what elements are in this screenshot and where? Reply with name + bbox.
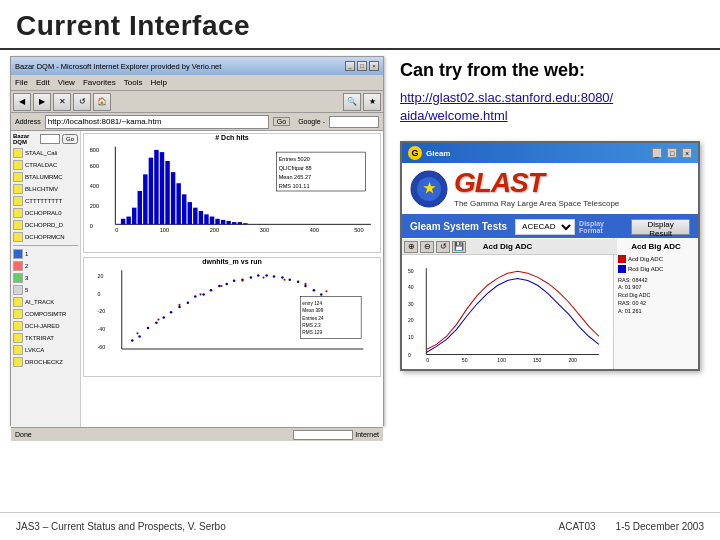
sidebar-num-3[interactable]: 3 — [13, 272, 78, 284]
google-input[interactable] — [329, 116, 379, 128]
histogram-svg: 0 200 400 600 800 0 100 200 300 400 500 — [84, 141, 380, 241]
menu-view[interactable]: View — [58, 78, 75, 87]
legend-label-1: Rcd Dig ADC — [628, 266, 663, 272]
gleam-system-label: Gleam System Tests — [410, 221, 507, 232]
adc-chart-svg: 0 10 20 30 40 50 0 50 100 150 200 — [406, 251, 609, 372]
glast-subtitle: The Gamma Ray Large Area Space Telescope — [454, 199, 619, 209]
svg-rect-20 — [160, 152, 164, 224]
maximize-button[interactable]: □ — [357, 61, 367, 71]
svg-point-64 — [257, 274, 260, 277]
glast-close[interactable]: × — [682, 148, 692, 158]
gleam-dropdown[interactable]: ACECADC — [515, 219, 575, 235]
svg-rect-31 — [221, 220, 225, 224]
sidebar-aitrack[interactable]: AI_TRACK — [13, 296, 78, 308]
browser-section: Bazar DQM - Microsoft Internet Explorer … — [0, 50, 390, 499]
sidebar-item-0[interactable]: STAAL_Cali — [13, 147, 78, 159]
footer-right-area: ACAT03 1-5 December 2003 — [559, 521, 704, 532]
browser-statusbar: Done Internet — [11, 427, 383, 441]
folder-icon-ai — [13, 297, 23, 307]
display-result-button[interactable]: Display Result — [631, 219, 690, 235]
sidebar-item-3[interactable]: BLHCHTMV — [13, 183, 78, 195]
google-label: Google - — [298, 118, 325, 125]
folder-icon-3 — [13, 184, 23, 194]
folder-icon-lv — [13, 345, 23, 355]
svg-rect-15 — [132, 208, 136, 225]
sidebar-num-5[interactable]: 5 — [13, 284, 78, 296]
glast-window: G Gleam _ □ × ★ GLAST — [400, 141, 700, 371]
glast-titlebar: G Gleam _ □ × — [402, 143, 698, 163]
svg-text:10: 10 — [408, 334, 414, 340]
menu-tools[interactable]: Tools — [124, 78, 143, 87]
svg-text:0: 0 — [115, 227, 118, 233]
svg-text:entry 124: entry 124 — [302, 301, 322, 306]
svg-point-70 — [304, 285, 307, 288]
minimize-button[interactable]: _ — [345, 61, 355, 71]
sidebar-item-5[interactable]: DCHOPRAL0 — [13, 207, 78, 219]
glast-maximize[interactable]: □ — [667, 148, 677, 158]
sidebar-label-2: BTALUMRMC — [25, 174, 63, 180]
svg-text:200: 200 — [210, 227, 219, 233]
svg-text:100: 100 — [497, 356, 506, 362]
address-input[interactable] — [45, 115, 269, 129]
svg-text:500: 500 — [354, 227, 363, 233]
stop-button[interactable]: ✕ — [53, 93, 71, 111]
sidebar-item-2[interactable]: BTALUMRMC — [13, 171, 78, 183]
legend-label-0: Acd Dig ADC — [628, 256, 663, 262]
sidebar-item-4[interactable]: CTTTTTTTTT — [13, 195, 78, 207]
svg-point-86 — [325, 290, 327, 292]
svg-text:QLICfitpar 88: QLICfitpar 88 — [279, 165, 312, 171]
num-icon-3 — [13, 273, 23, 283]
svg-text:Mean  265.27: Mean 265.27 — [279, 174, 311, 180]
svg-point-77 — [136, 332, 138, 334]
favorites-button[interactable]: ★ — [363, 93, 381, 111]
close-button[interactable]: × — [369, 61, 379, 71]
sidebar-dchjared[interactable]: DCH-JARED — [13, 320, 78, 332]
svg-point-83 — [262, 277, 264, 279]
search-button[interactable]: 🔍 — [343, 93, 361, 111]
sidebar-item-1[interactable]: CTRALDAC — [13, 159, 78, 171]
menu-edit[interactable]: Edit — [36, 78, 50, 87]
legend-stat-3: RAS: 00 42 — [618, 300, 694, 308]
refresh-button[interactable]: ↺ — [73, 93, 91, 111]
url-link[interactable]: http://glast02.slac.stanford.edu:8080/ a… — [400, 89, 710, 125]
sidebar-item-7[interactable]: DCHOPRMCN — [13, 231, 78, 243]
svg-point-55 — [187, 302, 190, 305]
sidebar-comp[interactable]: COMPOSIMTR — [13, 308, 78, 320]
svg-rect-24 — [182, 194, 186, 224]
back-button[interactable]: ◀ — [13, 93, 31, 111]
svg-point-80 — [199, 293, 201, 295]
bazar-input[interactable] — [40, 134, 60, 144]
svg-text:-60: -60 — [98, 344, 106, 350]
folder-icon-comp — [13, 309, 23, 319]
sidebar-tk-label: TKTRIRAT — [25, 335, 54, 341]
menu-file[interactable]: File — [15, 78, 28, 87]
svg-point-60 — [225, 283, 228, 286]
svg-rect-22 — [171, 172, 175, 224]
svg-text:50: 50 — [462, 356, 468, 362]
forward-button[interactable]: ▶ — [33, 93, 51, 111]
browser-window: Bazar DQM - Microsoft Internet Explorer … — [10, 56, 384, 426]
sidebar-num-label-5: 5 — [25, 287, 28, 293]
legend-stat-4: A: 01 261 — [618, 308, 694, 316]
go-button[interactable]: Go — [273, 117, 290, 126]
svg-text:RMS 129: RMS 129 — [302, 330, 322, 335]
sidebar-droch[interactable]: DROCHECKZ — [13, 356, 78, 368]
glast-logo-text-area: GLAST The Gamma Ray Large Area Space Tel… — [454, 167, 619, 209]
svg-point-84 — [283, 279, 285, 281]
sidebar-num-1[interactable]: 1 — [13, 248, 78, 260]
svg-rect-23 — [176, 183, 180, 224]
menu-help[interactable]: Help — [150, 78, 166, 87]
url-line2: aida/welcome.html — [400, 108, 508, 123]
browser-body: Bazar DQM Go STAAL_Cali CTRALDAC B — [11, 131, 383, 427]
sidebar-tk[interactable]: TKTRIRAT — [13, 332, 78, 344]
home-button[interactable]: 🏠 — [93, 93, 111, 111]
svg-rect-18 — [149, 158, 153, 225]
sidebar-num-2[interactable]: 2 — [13, 260, 78, 272]
go-bazar-button[interactable]: Go — [62, 134, 78, 144]
svg-point-50 — [147, 327, 150, 330]
menu-favorites[interactable]: Favorites — [83, 78, 116, 87]
sidebar-item-6[interactable]: DCHOPRD_D — [13, 219, 78, 231]
sidebar-lv[interactable]: LVKCA — [13, 344, 78, 356]
footer-dates: 1-5 December 2003 — [616, 521, 704, 532]
glast-minimize[interactable]: _ — [652, 148, 662, 158]
